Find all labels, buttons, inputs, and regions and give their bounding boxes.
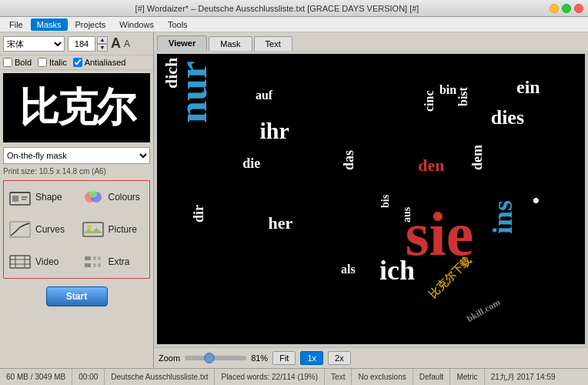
word-her: her (269, 213, 293, 233)
font-options: Bold Italic Antialiased (0, 55, 153, 70)
extra-icon (82, 253, 104, 271)
word-als: als (341, 263, 356, 276)
zoom-label: Zoom (159, 353, 180, 363)
font-preview-area: 比克尔 (3, 73, 150, 142)
canvas-area: sieichihrnurdichdiraufdieherdasbisalsden… (157, 54, 585, 344)
tool-colours[interactable]: Colours (77, 181, 150, 213)
font-small-a: A (124, 38, 130, 49)
word-den: den (418, 156, 444, 176)
menubar: File Masks Projects Windows Tools (0, 17, 588, 32)
word-canvas: sieichihrnurdichdiraufdieherdasbisalsden… (157, 54, 585, 344)
svg-rect-18 (85, 256, 91, 260)
svg-rect-23 (98, 263, 101, 267)
colours-label: Colours (109, 192, 140, 203)
word-dir: dir (191, 205, 207, 223)
word-dem: dem (469, 145, 486, 170)
word-bist: bist (456, 87, 470, 106)
print-size: Print size: 10.5 x 14.8 cm (A6) (0, 166, 153, 177)
zoom-1x-button[interactable]: 1x (300, 351, 323, 365)
font-size-input[interactable] (68, 36, 95, 52)
font-family-select[interactable]: 宋体 (3, 36, 65, 52)
extra-label: Extra (109, 256, 130, 267)
word-.: . (508, 196, 547, 205)
curves-icon (9, 220, 31, 239)
zoom-slider[interactable] (185, 356, 246, 360)
tool-extra[interactable]: Extra (77, 246, 150, 278)
curves-label: Curves (35, 224, 65, 235)
zoom-2x-button[interactable]: 2x (328, 351, 351, 365)
word-ins: ins (486, 200, 519, 234)
status-default: Default (413, 369, 451, 385)
status-datetime: 21九月 2017 14:59 (485, 369, 562, 385)
statusbar: 60 MB / 3049 MB 00:00 Deutsche Ausschlus… (0, 368, 588, 385)
menu-projects[interactable]: Projects (69, 18, 112, 31)
font-controls: 宋体 ▲ ▼ A A (0, 32, 153, 55)
font-size-down[interactable]: ▼ (97, 44, 108, 52)
status-exclusions: No exclusions (352, 369, 413, 385)
picture-icon (82, 220, 104, 239)
minimize-button[interactable] (550, 4, 559, 13)
bold-checkbox-label[interactable]: Bold (3, 58, 32, 67)
tab-viewer[interactable]: Viewer (157, 35, 207, 51)
mask-dropdown: On-the-fly mask (3, 147, 150, 164)
menu-windows[interactable]: Windows (113, 18, 160, 31)
tool-shape[interactable]: Shape (4, 181, 77, 213)
svg-rect-13 (10, 256, 30, 268)
tab-text[interactable]: Text (254, 36, 292, 51)
svg-rect-19 (85, 263, 91, 267)
antialiased-checkbox[interactable] (73, 58, 82, 67)
status-text: Text (325, 369, 352, 385)
bold-checkbox[interactable] (3, 58, 12, 67)
word-bin: bin (439, 83, 456, 97)
tab-bar: Viewer Mask Text (154, 32, 588, 51)
italic-checkbox[interactable] (38, 58, 47, 67)
tool-picture[interactable]: Picture (77, 213, 150, 246)
start-button[interactable]: Start (46, 286, 108, 306)
italic-checkbox-label[interactable]: Italic (38, 58, 67, 67)
svg-rect-11 (83, 223, 103, 236)
shape-icon (9, 188, 31, 206)
word-ihr: ihr (259, 118, 289, 144)
menu-masks[interactable]: Masks (31, 18, 68, 31)
svg-rect-20 (93, 256, 96, 260)
font-size-up[interactable]: ▲ (97, 36, 108, 44)
tool-curves[interactable]: Curves (4, 213, 77, 246)
word-aus: aus (401, 206, 413, 222)
tool-video[interactable]: Video (4, 246, 77, 278)
mask-select[interactable]: On-the-fly mask (3, 147, 150, 164)
svg-point-12 (87, 225, 92, 229)
zoom-value: 81% (251, 353, 268, 363)
zoom-bar: Zoom 81% Fit 1x 2x (154, 347, 588, 368)
italic-label: Italic (49, 58, 67, 67)
video-icon (9, 253, 31, 271)
menu-tools[interactable]: Tools (162, 18, 194, 31)
word-ein: ein (516, 77, 540, 98)
font-large-a: A (111, 35, 121, 52)
font-size-spinner: ▲ ▼ (97, 36, 108, 52)
window-controls (550, 4, 583, 13)
close-button[interactable] (574, 4, 583, 13)
status-memory: 60 MB / 3049 MB (0, 369, 72, 385)
maximize-button[interactable] (562, 4, 571, 13)
status-metric: Metric (450, 369, 484, 385)
antialiased-checkbox-label[interactable]: Antialiased (73, 58, 126, 67)
word-auf: auf (256, 89, 272, 102)
font-preview-text: 比克尔 (19, 81, 135, 135)
titlebar: [#] Wordaizer* – Deutsche Ausschlusslist… (0, 0, 588, 17)
shape-label: Shape (35, 192, 62, 203)
tool-grid: Shape Colours (3, 180, 150, 279)
picture-label: Picture (109, 224, 137, 235)
svg-rect-21 (98, 256, 101, 260)
word-die: die (242, 156, 260, 172)
antialiased-label: Antialiased (85, 58, 126, 67)
window-title: [#] Wordaizer* – Deutsche Ausschlusslist… (5, 4, 550, 13)
svg-rect-22 (93, 263, 96, 267)
word-das: das (341, 150, 357, 170)
zoom-fit-button[interactable]: Fit (272, 351, 296, 365)
word-bkill.com: bkill.com (465, 296, 503, 325)
word-ich: ich (379, 254, 415, 286)
svg-point-7 (89, 190, 97, 198)
main-layout: 宋体 ▲ ▼ A A Bold Italic Antialiased (0, 32, 588, 368)
tab-mask[interactable]: Mask (209, 36, 252, 51)
menu-file[interactable]: File (3, 18, 29, 31)
